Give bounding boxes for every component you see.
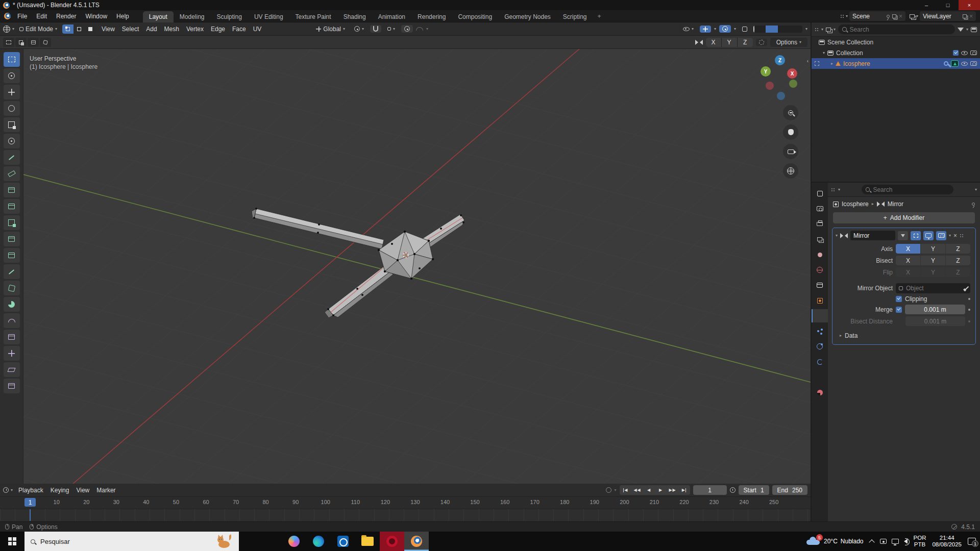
workspace-tab-scripting[interactable]: Scripting [557,11,593,22]
data-subpanel-label[interactable]: Data [845,332,857,339]
pin-icon[interactable] [887,15,890,18]
move-button[interactable] [4,85,20,99]
flip-x-button[interactable]: X [896,267,920,277]
timeline-editor-icon[interactable] [3,487,9,493]
knife-button[interactable] [4,264,20,279]
delete-viewlayer-icon[interactable]: × [969,13,973,20]
prev-keyframe-button[interactable]: ◀◀ [631,485,643,495]
disable-render-icon[interactable] [970,61,977,66]
outliner-editor-chevron-icon[interactable]: ▾ [821,28,823,32]
modifier-extras-chevron-icon[interactable]: ▾ [949,234,951,238]
gizmo-z-axis[interactable]: Z [775,55,785,65]
material-button[interactable] [812,386,828,399]
extrude-region-button[interactable] [4,199,20,214]
bevel-button[interactable] [4,232,20,246]
copy-viewlayer-icon[interactable] [963,14,967,18]
wireframe-shading-button[interactable] [753,26,766,33]
perspective-toggle-button[interactable] [783,163,798,179]
playhead-chip[interactable]: 1 [24,498,36,507]
timeline-track[interactable] [0,509,811,521]
editor-type-chevron-icon[interactable]: ▾ [12,27,14,31]
navigation-gizmo[interactable]: Z X Y [758,55,801,106]
mirror-axis-button[interactable]: Z [738,38,753,47]
bisect-x-button[interactable]: X [896,256,920,265]
scene-chevron-icon[interactable]: ▾ [846,14,848,18]
viewport-menu-item[interactable]: UV [250,24,265,34]
workspace-tab-rendering[interactable]: Rendering [411,11,452,22]
gizmo-neg-z-axis[interactable] [777,92,785,100]
add-cube-button[interactable] [4,183,20,197]
maximize-button[interactable]: □ [937,0,959,10]
tool-options-dropdown[interactable]: Options ▾ [770,38,807,47]
smooth-button[interactable] [4,313,20,328]
breadcrumb-object[interactable]: Icosphere [842,201,869,208]
face-select-button[interactable] [85,24,96,34]
axis-z-button[interactable]: Z [946,244,970,254]
view-layer-button[interactable] [812,233,828,246]
overlays-chevron-icon[interactable]: ▾ [734,27,736,31]
menu-item[interactable]: Window [81,11,112,21]
show-realtime-toggle[interactable] [923,231,934,240]
gizmo-chevron-icon[interactable]: ▾ [714,27,716,31]
taskbar-app-explorer[interactable] [355,532,380,551]
gizmo-neg-y-axis[interactable] [789,80,797,88]
taskbar-app-blender[interactable] [404,532,429,551]
viewport-3d[interactable]: User Perspective (1) Icosphere | Icosphe… [23,49,811,484]
properties-search-input[interactable] [873,186,949,193]
frame-end-field[interactable]: End 250 [772,485,807,495]
clipping-checkbox[interactable] [896,296,902,302]
outliner-editor-icon[interactable] [815,28,819,32]
object-button[interactable] [812,294,828,307]
next-keyframe-button[interactable]: ▶▶ [667,485,678,495]
collection-expand-icon[interactable]: ▾ [823,51,825,55]
mirror-object-field[interactable]: Object [896,283,970,293]
timeline-ruler[interactable]: 1 10203040506070809010011012013014015016… [0,497,811,509]
data-expand-icon[interactable]: ▸ [840,334,842,338]
start-button[interactable] [0,532,24,551]
material-preview-button[interactable] [778,26,790,33]
animate-dot-icon[interactable] [968,298,970,300]
pivot-dropdown[interactable]: ▾ [351,25,367,33]
outliner-search[interactable] [838,24,955,34]
tool-button[interactable] [812,187,828,200]
data-button[interactable] [812,370,828,384]
workspace-tab-animation[interactable]: Animation [372,11,411,22]
new-collection-icon[interactable] [971,27,977,32]
viewport-menu-item[interactable]: Add [142,24,160,34]
zoom-button[interactable] [783,105,798,120]
breadcrumb-modifier[interactable]: Mirror [888,201,903,208]
frame-start-field[interactable]: Start 1 [739,485,769,495]
rendered-shading-button[interactable] [790,26,802,33]
falloff-chevron-icon[interactable]: ▾ [426,27,428,31]
taskbar-app-copilot[interactable] [282,532,306,551]
eyedropper-icon[interactable] [965,286,969,290]
show-object-types-dropdown[interactable]: ▾ [680,26,697,32]
edge-select-button[interactable] [74,24,85,34]
use-preview-range-icon[interactable] [730,487,736,493]
modifier-name-input[interactable] [850,231,895,240]
select-subtract-button[interactable] [28,38,39,47]
show-in-editmode-toggle[interactable] [911,231,921,240]
properties-options-chevron-icon[interactable]: ▾ [975,188,977,192]
properties-editor-chevron-icon[interactable]: ▾ [838,188,840,192]
filter-icon[interactable] [958,28,964,32]
timeline-menu-item[interactable]: Marker [93,485,119,495]
current-frame-field[interactable]: 1 [693,485,727,495]
outliner-row-collection[interactable]: ▾ Collection [812,47,980,58]
measure-button[interactable] [4,166,20,181]
timeline-menu-item[interactable]: View [72,485,93,495]
delete-scene-icon[interactable]: × [899,13,902,20]
weather-widget[interactable]: 5 20°C Nublado [805,537,864,546]
outliner-display-mode-icon[interactable] [826,28,831,32]
playhead-line[interactable] [30,509,31,521]
play-reverse-button[interactable]: ◀ [643,485,655,495]
taskbar-app-opera[interactable] [380,532,404,551]
xray-toggle[interactable] [739,26,750,33]
minimize-button[interactable]: – [916,0,937,10]
render-button[interactable] [812,202,828,215]
menu-item[interactable]: File [13,11,32,21]
hide-viewport-icon[interactable] [961,62,968,66]
solid-shading-button[interactable] [766,26,778,33]
jump-to-start-button[interactable]: ◀ [620,485,631,495]
network-icon[interactable] [892,539,899,544]
